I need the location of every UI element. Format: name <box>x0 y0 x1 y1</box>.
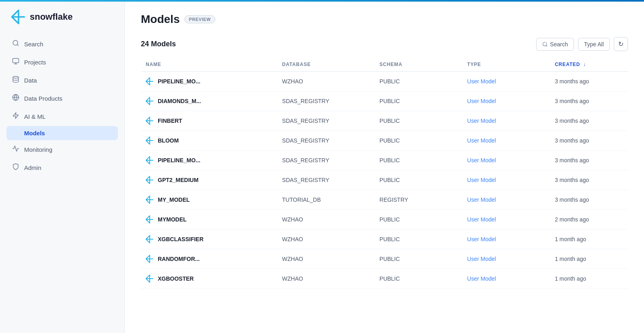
ai-ml-nav-icon <box>12 112 19 121</box>
model-name-text[interactable]: MY_MODEL <box>158 196 190 203</box>
cell-created: 3 months ago <box>550 111 628 131</box>
model-type-link[interactable]: User Model <box>467 137 496 144</box>
table-row[interactable]: MY_MODEL TUTORIAL_DBREGISTRYUser Model3 … <box>141 190 628 210</box>
model-row-icon <box>146 176 154 184</box>
data-nav-icon <box>12 76 19 85</box>
sidebar-item-monitoring[interactable]: Monitoring <box>6 141 118 158</box>
table-row[interactable]: PIPELINE_MO... SDAS_REGISTRYPUBLICUser M… <box>141 151 628 170</box>
sidebar-item-admin-label: Admin <box>24 164 41 171</box>
model-type-link[interactable]: User Model <box>467 216 496 223</box>
cell-schema: PUBLIC <box>375 111 462 131</box>
cell-schema: PUBLIC <box>375 151 462 170</box>
page-header: Models PREVIEW <box>141 13 628 26</box>
col-type[interactable]: TYPE <box>462 58 550 72</box>
model-name-text[interactable]: MYMODEL <box>158 216 187 223</box>
model-type-link[interactable]: User Model <box>467 177 496 183</box>
model-name-text[interactable]: GPT2_MEDIUM <box>158 177 198 183</box>
model-row-icon <box>146 117 154 125</box>
model-name-text[interactable]: DIAMONDS_M... <box>158 98 201 104</box>
cell-schema: PUBLIC <box>375 91 462 111</box>
model-row-icon <box>146 235 154 243</box>
main-content: Models PREVIEW 24 Models Search Type All… <box>125 0 644 333</box>
col-created[interactable]: CREATED ↓ <box>550 58 628 72</box>
cell-database: WZHAO <box>277 269 375 289</box>
model-type-link[interactable]: User Model <box>467 236 496 242</box>
type-filter-button[interactable]: Type All <box>578 38 610 51</box>
table-row[interactable]: FINBERT SDAS_REGISTRYPUBLICUser Model3 m… <box>141 111 628 131</box>
cell-type: User Model <box>462 111 550 131</box>
model-type-link[interactable]: User Model <box>467 157 496 163</box>
model-type-link[interactable]: User Model <box>467 78 496 85</box>
svg-rect-46 <box>146 239 153 240</box>
model-type-link[interactable]: User Model <box>467 275 496 282</box>
refresh-button[interactable]: ↻ <box>614 37 628 51</box>
cell-name: GPT2_MEDIUM <box>141 170 277 190</box>
admin-nav-icon <box>12 163 19 172</box>
table-row[interactable]: PIPELINE_MO... WZHAOPUBLICUser Model3 mo… <box>141 72 628 91</box>
model-name-text[interactable]: PIPELINE_MO... <box>158 157 200 163</box>
cell-name: MYMODEL <box>141 210 277 230</box>
model-type-link[interactable]: User Model <box>467 98 496 104</box>
sidebar-item-search[interactable]: Search <box>6 35 118 53</box>
search-nav-icon <box>12 39 19 49</box>
table-row[interactable]: XGBOOSTER WZHAOPUBLICUser Model1 month a… <box>141 269 628 289</box>
cell-database: SDAS_REGISTRY <box>277 111 375 131</box>
sidebar-item-admin[interactable]: Admin <box>6 159 118 176</box>
sidebar-item-data[interactable]: Data <box>6 72 118 89</box>
table-row[interactable]: GPT2_MEDIUM SDAS_REGISTRYPUBLICUser Mode… <box>141 170 628 190</box>
logo-area: snowflake <box>0 0 124 32</box>
sidebar-item-ai-ml-label: AI & ML <box>24 113 45 120</box>
projects-nav-icon <box>12 58 19 67</box>
cell-created: 3 months ago <box>550 131 628 151</box>
cell-database: WZHAO <box>277 230 375 249</box>
cell-type: User Model <box>462 131 550 151</box>
model-name-text[interactable]: PIPELINE_MO... <box>158 78 200 85</box>
table-row[interactable]: XGBCLASSIFIER WZHAOPUBLICUser Model1 mon… <box>141 230 628 249</box>
model-name-text[interactable]: XGBOOSTER <box>158 275 194 282</box>
cell-created: 3 months ago <box>550 151 628 170</box>
table-row[interactable]: RANDOMFOR... WZHAOPUBLICUser Model1 mont… <box>141 249 628 269</box>
svg-rect-30 <box>146 160 153 161</box>
model-row-icon <box>146 156 154 164</box>
cell-type: User Model <box>462 91 550 111</box>
sidebar-item-data-products-label: Data Products <box>24 95 62 102</box>
sidebar-item-projects[interactable]: Projects <box>6 54 118 71</box>
sidebar-item-data-products[interactable]: Data Products <box>6 90 118 107</box>
models-count: 24 Models <box>141 40 176 48</box>
table-row[interactable]: BLOOM SDAS_REGISTRYPUBLICUser Model3 mon… <box>141 131 628 151</box>
model-type-link[interactable]: User Model <box>467 118 496 124</box>
svg-line-12 <box>546 45 547 46</box>
cell-name: XGBCLASSIFIER <box>141 230 277 249</box>
model-name-text[interactable]: BLOOM <box>158 137 179 144</box>
model-name-text[interactable]: XGBCLASSIFIER <box>158 236 204 242</box>
table-row[interactable]: DIAMONDS_M... SDAS_REGISTRYPUBLICUser Mo… <box>141 91 628 111</box>
model-row-icon <box>146 137 154 145</box>
model-type-link[interactable]: User Model <box>467 196 496 203</box>
table-toolbar: 24 Models Search Type All ↻ <box>141 37 628 51</box>
model-row-icon <box>146 215 154 223</box>
cell-database: WZHAO <box>277 249 375 269</box>
cell-database: WZHAO <box>277 210 375 230</box>
sidebar-item-models[interactable]: Models <box>6 126 118 140</box>
search-button[interactable]: Search <box>536 38 574 51</box>
cell-database: SDAS_REGISTRY <box>277 170 375 190</box>
cell-name: XGBOOSTER <box>141 269 277 289</box>
col-schema[interactable]: SCHEMA <box>375 58 462 72</box>
cell-schema: PUBLIC <box>375 269 462 289</box>
model-type-link[interactable]: User Model <box>467 256 496 262</box>
search-button-label: Search <box>550 41 568 48</box>
cell-database: WZHAO <box>277 72 375 91</box>
cell-schema: PUBLIC <box>375 170 462 190</box>
model-name-text[interactable]: FINBERT <box>158 118 182 124</box>
svg-line-5 <box>17 44 18 46</box>
cell-name: DIAMONDS_M... <box>141 91 277 111</box>
cell-created: 3 months ago <box>550 72 628 91</box>
data-products-nav-icon <box>12 94 19 103</box>
col-database[interactable]: DATABASE <box>277 58 375 72</box>
page-title: Models <box>141 13 180 26</box>
table-row[interactable]: MYMODEL WZHAOPUBLICUser Model2 months ag… <box>141 210 628 230</box>
sidebar-item-ai-ml[interactable]: AI & ML <box>6 108 118 125</box>
model-name-text[interactable]: RANDOMFOR... <box>158 256 200 262</box>
col-name[interactable]: NAME <box>141 58 277 72</box>
sidebar: snowflake Search Projects Data Data Pro <box>0 0 125 333</box>
